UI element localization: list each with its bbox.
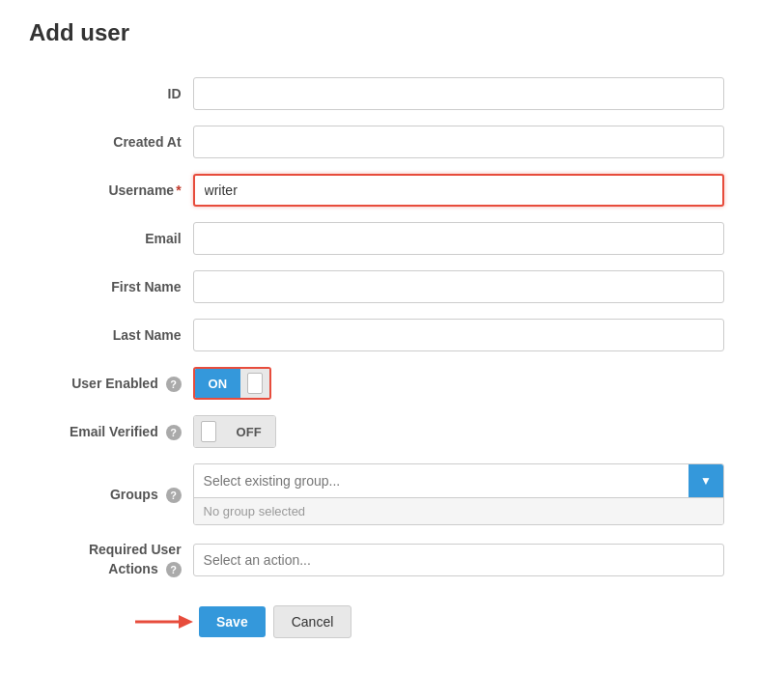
page-title: Add user bbox=[29, 19, 730, 46]
email-verified-help-icon[interactable]: ? bbox=[166, 425, 182, 440]
lastname-row: Last Name bbox=[29, 311, 730, 359]
firstname-input[interactable] bbox=[193, 270, 724, 303]
chevron-down-icon: ▼ bbox=[700, 474, 712, 488]
arrow-indicator bbox=[135, 610, 193, 633]
lastname-input[interactable] bbox=[193, 319, 724, 351]
required-actions-row: Required User Actions ? bbox=[29, 533, 730, 586]
firstname-input-cell bbox=[187, 263, 730, 311]
email-verified-toggle[interactable]: OFF bbox=[193, 415, 276, 448]
add-user-form: ID Created At Username* Email bbox=[29, 70, 730, 586]
created-at-label: Created At bbox=[29, 118, 187, 166]
groups-help-icon[interactable]: ? bbox=[166, 488, 182, 503]
email-input-cell bbox=[187, 214, 730, 263]
username-label: Username* bbox=[29, 166, 187, 214]
created-at-input-cell bbox=[187, 118, 730, 166]
groups-container: ▼ No group selected bbox=[193, 463, 724, 525]
firstname-row: First Name bbox=[29, 263, 730, 311]
lastname-label: Last Name bbox=[29, 311, 187, 359]
firstname-label: First Name bbox=[29, 263, 187, 311]
groups-select-input[interactable] bbox=[194, 464, 689, 497]
email-row: Email bbox=[29, 214, 730, 263]
username-input-cell bbox=[187, 166, 730, 214]
username-input[interactable] bbox=[193, 174, 724, 207]
username-row: Username* bbox=[29, 166, 730, 214]
groups-row: Groups ? ▼ No group selected bbox=[29, 456, 730, 533]
created-at-input[interactable] bbox=[193, 126, 724, 158]
form-buttons-row: Save Cancel bbox=[29, 605, 730, 638]
user-enabled-toggle[interactable]: ON bbox=[193, 367, 272, 400]
email-verified-row: Email Verified ? OFF bbox=[29, 407, 730, 456]
save-button[interactable]: Save bbox=[199, 606, 266, 637]
toggle-off-handle[interactable] bbox=[194, 416, 223, 447]
cancel-button[interactable]: Cancel bbox=[273, 605, 352, 638]
id-label: ID bbox=[29, 70, 187, 118]
email-verified-label: Email Verified ? bbox=[29, 407, 187, 456]
email-verified-toggle-cell: OFF bbox=[187, 407, 730, 456]
required-actions-help-icon[interactable]: ? bbox=[166, 562, 182, 577]
email-label: Email bbox=[29, 214, 187, 263]
user-enabled-toggle-cell: ON bbox=[187, 359, 730, 407]
email-input[interactable] bbox=[193, 222, 724, 255]
toggle-on-button[interactable]: ON bbox=[195, 369, 241, 398]
user-enabled-row: User Enabled ? ON bbox=[29, 359, 730, 407]
user-enabled-label: User Enabled ? bbox=[29, 359, 187, 407]
groups-select-row: ▼ bbox=[194, 464, 723, 497]
id-input[interactable] bbox=[193, 77, 724, 110]
groups-no-selection-text: No group selected bbox=[194, 497, 723, 524]
user-enabled-toggle-wrapper: ON bbox=[193, 367, 724, 400]
groups-input-cell: ▼ No group selected bbox=[187, 456, 730, 533]
groups-label: Groups ? bbox=[29, 456, 187, 533]
id-input-cell bbox=[187, 70, 730, 118]
toggle-on-handle[interactable] bbox=[240, 369, 269, 398]
save-arrow-icon bbox=[135, 610, 193, 633]
user-enabled-help-icon[interactable]: ? bbox=[166, 377, 182, 392]
required-actions-label: Required User Actions ? bbox=[29, 533, 187, 586]
svg-marker-1 bbox=[179, 615, 193, 629]
toggle-off-button[interactable]: OFF bbox=[223, 416, 275, 447]
lastname-input-cell bbox=[187, 311, 730, 359]
created-at-row: Created At bbox=[29, 118, 730, 166]
required-actions-input[interactable] bbox=[193, 544, 724, 576]
id-row: ID bbox=[29, 70, 730, 118]
groups-dropdown-button[interactable]: ▼ bbox=[689, 464, 723, 497]
required-actions-input-cell bbox=[187, 533, 730, 586]
